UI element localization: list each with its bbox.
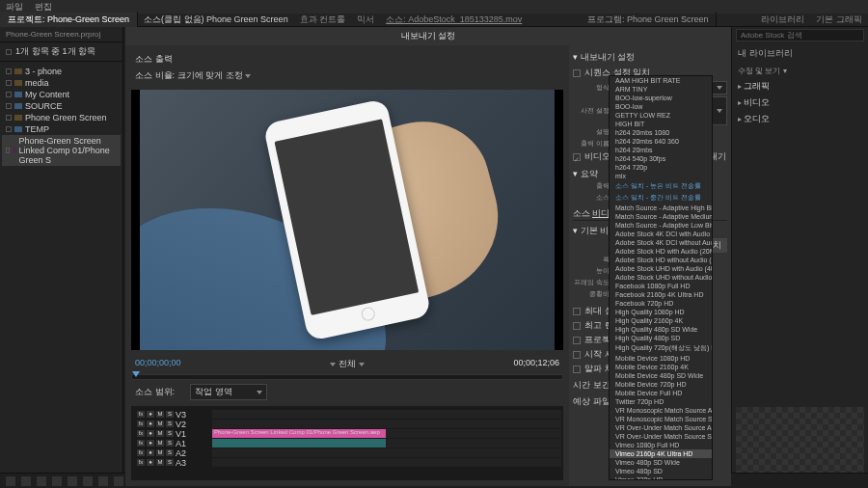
track-button[interactable]: ● [147, 440, 154, 447]
track-content[interactable] [212, 410, 561, 419]
preset-option[interactable]: Twitter 720p HD [610, 397, 712, 406]
settings-tab-effects[interactable]: 소스 [573, 207, 590, 220]
checkbox-icon[interactable] [6, 68, 12, 74]
track-button[interactable]: M [156, 411, 164, 418]
tool-hand-icon[interactable] [98, 476, 108, 486]
tool-selection-icon[interactable] [6, 476, 15, 486]
project-item[interactable]: SOURCE [2, 100, 121, 112]
track-button[interactable]: M [156, 459, 164, 466]
preset-option[interactable]: High Quality 2160p 4K [610, 316, 712, 325]
tab-effect-controls[interactable]: 효과 컨트롤 [294, 12, 352, 28]
preset-option[interactable]: VR Over-Under Match Source Stereo Audio [610, 432, 712, 441]
timecode-in[interactable]: 00;00;00;00 [135, 358, 181, 370]
tab-project[interactable]: 프로젝트: Phone-Green Screen [0, 12, 138, 28]
preset-option[interactable]: Vimeo 720p HD [610, 475, 712, 480]
preset-option[interactable]: AAM HIGH BIT RATE [610, 76, 712, 85]
track-button[interactable]: ● [147, 459, 154, 466]
track-button[interactable]: fx [137, 440, 145, 447]
checkbox-icon[interactable] [6, 92, 12, 97]
track-button[interactable]: S [166, 440, 174, 447]
preset-option[interactable]: Adobe Stock HD without Audio (20Mbps) [610, 256, 712, 264]
lib-group-audio[interactable]: 오디오 [744, 114, 770, 123]
preset-option[interactable]: High Quality 480p SD [610, 334, 712, 342]
tab-library[interactable]: 라이브러리 [755, 12, 810, 28]
timeline-track[interactable]: fx●MSV2 [133, 420, 561, 428]
preset-option[interactable]: Vimeo 480p SD Wide [610, 458, 712, 467]
tool-pen-icon[interactable] [83, 476, 93, 486]
track-button[interactable]: ● [147, 449, 154, 456]
preset-option[interactable]: High Quality 1080p HD [610, 308, 712, 316]
preset-option[interactable]: BOO-low-superlow [610, 94, 712, 102]
track-button[interactable]: ● [147, 430, 154, 437]
preset-option[interactable]: High Quality 480p SD Wide [610, 325, 712, 334]
lib-group-video[interactable]: 비디오 [744, 97, 770, 107]
export-tab-output[interactable]: 출력 [155, 54, 173, 64]
timeline-track[interactable]: fx●MSA1 [133, 439, 561, 447]
preset-option[interactable]: h264 20mbs [610, 146, 712, 154]
track-content[interactable]: Phone-Green Screen Linked Comp 01/Phone … [212, 429, 561, 438]
project-item[interactable]: 3 - phone [2, 66, 121, 77]
checkbox-icon[interactable] [6, 126, 12, 132]
track-button[interactable]: ● [147, 411, 154, 418]
preset-option[interactable]: h264 540p 30fps [610, 154, 712, 163]
preset-option[interactable]: Match Source - Adaptive Low Bitrate [610, 221, 712, 230]
preset-option[interactable]: GETTY LOW REZ [610, 111, 712, 120]
preset-option[interactable]: Mobile Device 480p SD Wide [610, 371, 712, 380]
track-content[interactable] [212, 448, 561, 457]
lib-group-graphics[interactable]: 그래픽 [744, 81, 770, 91]
preset-option[interactable]: High Quality 720p(해상도 낮음) HD 사용 [610, 342, 712, 354]
preset-option[interactable]: Mobile Device 720p HD [610, 380, 712, 389]
timeline-track[interactable]: fx●MSA2 [133, 448, 561, 457]
preset-option[interactable]: Match Source - Adaptive High Bitrate [610, 203, 712, 212]
max-quality-checkbox[interactable] [573, 322, 581, 330]
project-item[interactable]: Phone Green Screen [2, 112, 121, 123]
preset-option[interactable]: Adobe Stock HD with Audio (20Mbps) [610, 247, 712, 256]
track-content[interactable] [212, 420, 561, 428]
preset-option[interactable]: 소스 일치 - 중간 비트 전송률 [610, 192, 712, 203]
tool-razor-icon[interactable] [52, 476, 62, 486]
match-seq-checkbox[interactable] [573, 69, 581, 77]
timeline-track[interactable]: fx●MSA3 [133, 458, 561, 467]
fit-dropdown[interactable]: 크기에 맞게 조정 [177, 70, 243, 80]
tab-program[interactable]: 프로그램: Phone Green Screen [580, 12, 718, 28]
preset-option[interactable]: Vimeo 1080p Full HD [610, 441, 712, 449]
preset-option[interactable]: Adobe Stock 4K DCI without Audio (40Mbps… [610, 238, 712, 247]
tab-graphics[interactable]: 기본 그래픽 [810, 12, 868, 28]
preset-option[interactable]: Adobe Stock 4K DCI with Audio (40Mbps) [610, 230, 712, 238]
audio-clip[interactable] [212, 439, 386, 447]
track-button[interactable]: S [166, 411, 174, 418]
tab-mixer[interactable]: 믹서 [351, 12, 380, 28]
preset-option[interactable]: VR Over-Under Match Source Ambisonics [610, 423, 712, 432]
track-button[interactable]: fx [137, 430, 145, 437]
bin-view-icon[interactable] [6, 49, 12, 55]
preset-option[interactable]: h264 20mbs 1080 [610, 128, 712, 137]
preset-option[interactable]: Mobile Device 1080p HD [610, 354, 712, 363]
track-button[interactable]: S [166, 420, 174, 427]
track-button[interactable]: M [156, 449, 164, 456]
preset-option[interactable]: Vimeo 480p SD [610, 467, 712, 475]
max-depth-checkbox[interactable] [573, 308, 581, 315]
track-button[interactable]: S [166, 430, 174, 437]
project-item[interactable]: My Content [2, 89, 121, 100]
checkbox-icon[interactable] [6, 115, 12, 121]
track-button[interactable]: fx [137, 420, 145, 427]
tool-slip-icon[interactable] [68, 476, 77, 486]
track-button[interactable]: fx [137, 449, 145, 456]
preset-option[interactable]: mix [610, 172, 712, 180]
tool-type-icon[interactable] [114, 476, 123, 486]
track-button[interactable]: fx [137, 411, 145, 418]
track-content[interactable] [212, 458, 561, 467]
tool-ripple-icon[interactable] [37, 476, 46, 486]
stock-search-input[interactable] [736, 29, 864, 41]
track-button[interactable]: M [156, 430, 164, 437]
preset-option[interactable]: Facebook 1080p Full HD [610, 282, 712, 290]
track-button[interactable]: M [156, 420, 164, 427]
alpha-checkbox[interactable] [573, 366, 581, 373]
import-checkbox[interactable] [573, 337, 581, 344]
preset-option[interactable]: Facebook 720p HD [610, 299, 712, 308]
library-sort[interactable]: 수정 및 보기 ▾ [732, 64, 868, 78]
preset-option[interactable]: h264 720p [610, 163, 712, 172]
preset-option[interactable]: VR Monoscopic Match Source Stereo Audio [610, 415, 712, 423]
preset-option[interactable]: Adobe Stock UHD without Audio (40Mbps) [610, 273, 712, 282]
preset-option[interactable]: h264 20mbs 640 360 [610, 137, 712, 146]
